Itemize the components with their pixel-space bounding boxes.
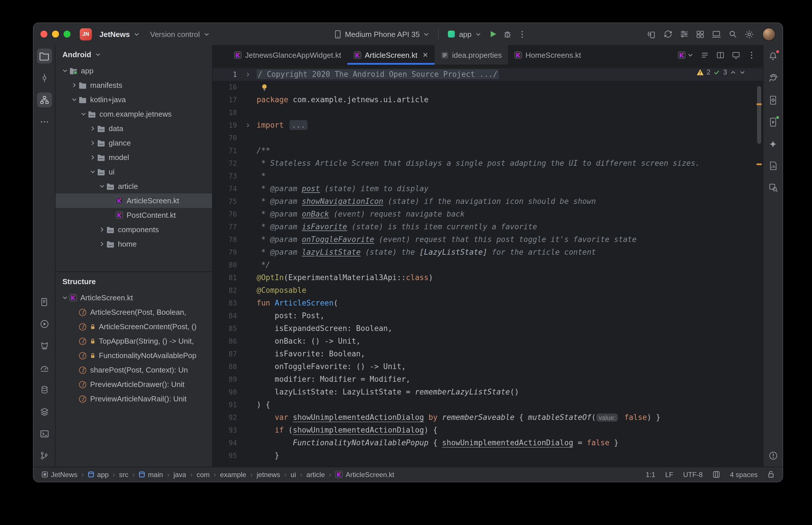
more-tool-windows-button[interactable] <box>37 114 52 129</box>
editor-scrollbar[interactable] <box>757 86 761 144</box>
code-line-92[interactable]: 92 var showUnimplementedActionDialog by … <box>213 411 763 424</box>
chevron-right-icon[interactable] <box>88 140 97 146</box>
project-item-home[interactable]: home <box>56 237 212 251</box>
run-config-selector[interactable]: app <box>443 27 485 41</box>
structure-tool-button[interactable] <box>37 92 52 107</box>
zoom-window-button[interactable] <box>63 31 71 38</box>
project-item-ui[interactable]: ui <box>56 165 212 179</box>
code-line-16[interactable]: 16 <box>213 81 763 93</box>
preview-icon[interactable] <box>732 50 740 59</box>
project-view-selector[interactable]: Android <box>56 45 212 63</box>
fold-marker-icon[interactable] <box>237 119 256 132</box>
code-line-72[interactable]: 72 * Stateless Article Screen that displ… <box>213 157 763 170</box>
breadcrumb-ui[interactable]: ui <box>291 470 296 479</box>
chevron-right-icon[interactable] <box>97 241 106 247</box>
terminal-button[interactable] <box>37 426 52 441</box>
more-tab-options-icon[interactable] <box>747 50 756 59</box>
device-mirror-icon[interactable] <box>645 27 659 41</box>
code-line-84[interactable]: 84 post: Post, <box>213 310 763 322</box>
project-item-glance[interactable]: glance <box>56 136 212 150</box>
debug-button[interactable] <box>501 27 514 41</box>
editor[interactable]: 1/ Copyright 2020 The Android Open Sourc… <box>213 65 763 467</box>
code-line-83[interactable]: 83fun ArticleScreen( <box>213 297 763 310</box>
code-line-80[interactable]: 80 */ <box>213 259 763 271</box>
structure-item-articlescreencontent-post[interactable]: fArticleScreenContent(Post, () <box>56 319 212 334</box>
device-explorer-button[interactable] <box>37 295 52 310</box>
chevron-down-icon[interactable] <box>97 183 106 190</box>
breadcrumb-src[interactable]: src <box>119 470 128 479</box>
code-line-19[interactable]: 19import ... <box>213 119 763 132</box>
project-item-kotlin-java[interactable]: kotlin+java <box>56 92 212 107</box>
breadcrumb-jetnews[interactable]: JetNews <box>42 470 77 479</box>
split-editor-icon[interactable] <box>716 50 725 59</box>
project-item-data[interactable]: data <box>56 121 212 136</box>
chevron-right-icon[interactable] <box>69 82 78 88</box>
code-line-91[interactable]: 91) { <box>213 399 763 411</box>
prev-problem-icon[interactable] <box>730 69 736 75</box>
settings-icon[interactable] <box>742 27 756 41</box>
database-button[interactable] <box>37 382 52 397</box>
code-line-73[interactable]: 73 * <box>213 170 763 182</box>
code-line-87[interactable]: 87 isFavorite: Boolean, <box>213 348 763 360</box>
code-line-89[interactable]: 89 modifier: Modifier = Modifier, <box>213 373 763 386</box>
code-line-90[interactable]: 90 lazyListState: LazyListState = rememb… <box>213 386 763 399</box>
caret-position[interactable]: 1:1 <box>646 470 655 479</box>
breadcrumb-java[interactable]: java <box>173 470 186 479</box>
code-line-82[interactable]: 82@Composable <box>213 284 763 297</box>
inspection-widget[interactable]: 2 3 <box>696 68 745 76</box>
code-line-74[interactable]: 74 * @param post (state) item to display <box>213 182 763 195</box>
code-line-75[interactable]: 75 * @param showNavigationIcon (state) i… <box>213 195 763 208</box>
run-button[interactable] <box>487 28 499 41</box>
code-line-79[interactable]: 79 * @param lazyListState (state) the [L… <box>213 246 763 259</box>
structure-item-previewarticlenavrail-unit[interactable]: fPreviewArticleNavRail(): Unit <box>56 392 212 406</box>
code-style-icon[interactable] <box>713 471 720 478</box>
gradle-sync-icon[interactable] <box>661 27 675 41</box>
run-tool-button[interactable] <box>37 316 52 331</box>
editor-list-icon[interactable] <box>700 50 709 59</box>
code-line-1[interactable]: 1/ Copyright 2020 The Android Open Sourc… <box>213 68 763 81</box>
project-item-com-example-jetnews[interactable]: com.example.jetnews <box>56 107 212 121</box>
minimize-window-button[interactable] <box>52 31 59 38</box>
chevron-down-icon[interactable] <box>78 111 88 117</box>
code-line-71[interactable]: 71/** <box>213 145 763 157</box>
project-item-postcontent-kt[interactable]: PostContent.kt <box>56 208 212 222</box>
app-quality-insights-button[interactable] <box>766 158 781 173</box>
write-access-icon[interactable] <box>768 471 774 478</box>
app-inspection-button[interactable] <box>766 180 781 195</box>
project-tool-button[interactable] <box>37 48 52 63</box>
code-line-81[interactable]: 81@OptIn(ExperimentalMaterial3Api::class… <box>213 271 763 284</box>
code-line-70[interactable]: 70 <box>213 132 763 145</box>
chevron-right-icon[interactable] <box>97 226 106 233</box>
version-control-menu[interactable]: Version control <box>146 27 214 41</box>
code-line-78[interactable]: 78 * @param onToggleFavorite (event) req… <box>213 233 763 246</box>
code-line-95[interactable]: 95 } <box>213 449 763 462</box>
breadcrumb-main[interactable]: main <box>139 470 163 479</box>
build-button[interactable] <box>37 404 52 419</box>
chevron-down-icon[interactable] <box>69 96 78 103</box>
warning-stripe-mark[interactable] <box>756 163 762 165</box>
tab-jetnewsglanceappwidget-kt[interactable]: JetnewsGlanceAppWidget.kt <box>228 45 347 65</box>
structure-item-sharepost-post-context-un[interactable]: fsharePost(Post, Context): Un <box>56 363 212 377</box>
code-line-86[interactable]: 86 onBack: () -> Unit, <box>213 335 763 348</box>
breadcrumb-app[interactable]: app <box>88 470 109 479</box>
code-line-77[interactable]: 77 * @param isFavorite (state) is this i… <box>213 221 763 233</box>
indent-style-widget[interactable]: 4 spaces <box>730 470 758 479</box>
tab-articlescreen-kt[interactable]: ArticleScreen.kt <box>347 45 434 65</box>
code-line-93[interactable]: 93 if (showUnimplementedActionDialog) { <box>213 424 763 437</box>
breadcrumb-com[interactable]: com <box>196 470 209 479</box>
gemini-button[interactable] <box>766 136 781 151</box>
structure-item-topappbar-string-unit[interactable]: fTopAppBar(String, () -> Unit, <box>56 334 212 348</box>
hidden-tabs-button[interactable] <box>678 51 694 59</box>
code-line-18[interactable]: 18 <box>213 106 763 119</box>
device-selector[interactable]: Medium Phone API 35 <box>330 27 434 41</box>
project-item-articlescreen-kt[interactable]: ArticleScreen.kt <box>56 194 212 208</box>
structure-item-articlescreen-kt[interactable]: ArticleScreen.kt <box>56 290 212 305</box>
tab-idea-properties[interactable]: idea.properties <box>435 45 508 65</box>
project-item-manifests[interactable]: manifests <box>56 78 212 92</box>
project-item-components[interactable]: components <box>56 222 212 237</box>
close-window-button[interactable] <box>41 31 47 38</box>
breadcrumb-article[interactable]: article <box>306 470 325 479</box>
code-line-85[interactable]: 85 isExpandedScreen: Boolean, <box>213 322 763 335</box>
line-separator-widget[interactable]: LF <box>665 470 673 479</box>
code-line-94[interactable]: 94 FunctionalityNotAvailablePopup { show… <box>213 437 763 449</box>
